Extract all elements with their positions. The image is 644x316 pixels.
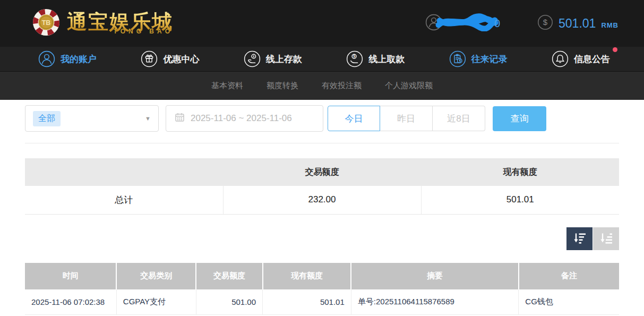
summary-header-row: 交易额度 现有额度 [25, 158, 619, 186]
notification-badge-dot [613, 47, 617, 52]
dollar-icon: $ [537, 14, 553, 32]
category-select[interactable]: 全部 ▼ [25, 105, 159, 132]
sort-descending-icon [572, 232, 587, 245]
balance-amount: 501.01 [559, 16, 596, 31]
subnav-item-quota-transfer[interactable]: 额度转换 [267, 81, 298, 91]
summary-table: 交易额度 现有额度 总计 232.00 501.01 [25, 158, 619, 215]
chevron-down-icon: ▼ [145, 115, 151, 122]
summary-transaction-amount: 232.00 [223, 186, 421, 214]
main-navigation: 我的账户 优惠中心 线上存款 [0, 47, 644, 72]
records-table: 时间 交易类别 交易额度 现有额度 摘要 备注 2025-11-06 07:02… [25, 263, 619, 315]
subnav-item-personal-game-limit[interactable]: 个人游戏限额 [385, 81, 433, 91]
record-time: 2025-11-06 07:02:38 [25, 289, 116, 315]
nav-label: 优惠中心 [163, 53, 199, 65]
record-transaction-amount: 501.00 [196, 289, 262, 315]
main-content: 全部 ▼ 2025-11-06 ~ 2025-11-06 [0, 105, 644, 315]
gift-icon [141, 50, 158, 67]
range-button-last-8-days[interactable]: 近8日 [433, 106, 485, 131]
sort-controls [25, 227, 619, 250]
nav-label: 我的账户 [61, 53, 97, 65]
nav-item-promotions[interactable]: 优惠中心 [141, 50, 199, 67]
range-button-today[interactable]: 今日 [328, 106, 380, 131]
record-summary: 单号:202511064115876589 [351, 289, 519, 315]
records-header-remark: 备注 [519, 263, 619, 289]
records-header-row: 时间 交易类别 交易额度 现有额度 摘要 备注 [25, 263, 619, 289]
summary-total-label: 总计 [25, 186, 223, 214]
user-icon [38, 50, 55, 67]
hand-coin-deposit-icon [244, 50, 261, 67]
svg-text:$: $ [353, 54, 355, 58]
nav-item-announcements[interactable]: 信息公告 [552, 50, 610, 67]
calendar-icon [175, 112, 185, 125]
nav-label: 信息公告 [574, 53, 610, 65]
nav-label: 线上取款 [368, 53, 405, 65]
records-header-transaction-type: 交易类别 [116, 263, 196, 289]
redacted-username-scribble [435, 13, 500, 33]
quick-range-group: 今日 昨日 近8日 [328, 106, 485, 131]
sort-ascending-button[interactable] [593, 227, 619, 250]
nav-label: 往来记录 [471, 53, 508, 65]
nav-item-my-account[interactable]: 我的账户 [38, 50, 97, 67]
summary-header-empty [25, 158, 223, 186]
date-range-value: 2025-11-06 ~ 2025-11-06 [191, 113, 292, 124]
casino-chip-icon: TB [32, 8, 61, 39]
category-selected-tag: 全部 [33, 111, 61, 126]
summary-header-transaction-amount: 交易额度 [223, 158, 421, 186]
clipboard-clock-icon [449, 50, 466, 67]
table-row: 2025-11-06 07:02:38 CGPAY支付 501.00 501.0… [25, 289, 619, 315]
record-current-amount: 501.01 [263, 289, 351, 315]
sort-ascending-icon [599, 232, 614, 245]
subnav-item-valid-bets[interactable]: 有效投注额 [322, 81, 362, 91]
query-button[interactable]: 查询 [493, 106, 546, 131]
balance-display[interactable]: $ 501.01 RMB [537, 14, 619, 32]
svg-text:TB: TB [42, 19, 51, 27]
records-header-time: 时间 [25, 263, 116, 289]
username-visible-suffix: 0 [494, 18, 500, 30]
balance-currency: RMB [601, 21, 619, 29]
range-button-yesterday[interactable]: 昨日 [380, 106, 433, 131]
nav-item-online-withdrawal[interactable]: $ 线上取款 [346, 50, 405, 67]
record-transaction-type: CGPAY支付 [116, 289, 196, 315]
site-subtitle: TONG BAO [67, 28, 173, 35]
summary-current-amount: 501.01 [421, 186, 619, 214]
bell-icon [552, 50, 569, 67]
records-header-transaction-amount: 交易额度 [196, 263, 262, 289]
date-range-input[interactable]: 2025-11-06 ~ 2025-11-06 [166, 105, 323, 132]
account-username[interactable]: 0 [425, 13, 500, 33]
svg-text:$: $ [543, 18, 548, 27]
nav-item-online-deposit[interactable]: 线上存款 [244, 50, 302, 67]
hand-coin-withdraw-icon: $ [346, 50, 363, 67]
sort-descending-button[interactable] [566, 227, 593, 250]
nav-label: 线上存款 [266, 53, 302, 65]
filter-bar: 全部 ▼ 2025-11-06 ~ 2025-11-06 [25, 105, 619, 132]
nav-item-transaction-records[interactable]: 往来记录 [449, 50, 508, 67]
records-header-summary: 摘要 [351, 263, 519, 289]
subnav-item-basic-info[interactable]: 基本资料 [211, 81, 243, 91]
records-header-current-amount: 现有额度 [263, 263, 351, 289]
record-remark: CG钱包 [519, 289, 619, 315]
account-subnav: 基本资料 额度转换 有效投注额 个人游戏限额 [0, 72, 644, 100]
top-header: TB 通宝娱乐城 TONG BAO [0, 0, 644, 47]
summary-header-current-amount: 现有额度 [421, 158, 619, 186]
summary-total-row: 总计 232.00 501.01 [25, 186, 619, 214]
section-divider [25, 143, 619, 143]
site-logo[interactable]: TB 通宝娱乐城 TONG BAO [32, 8, 173, 39]
